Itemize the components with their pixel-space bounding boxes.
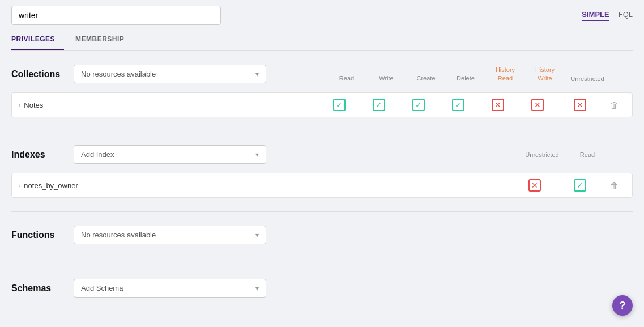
index-row-notes-by-owner: › notes_by_owner ✕ ✓ 🗑	[11, 173, 633, 198]
notes-create-check-icon[interactable]: ✓	[412, 99, 425, 111]
notes-write-checkbox[interactable]: ✓	[359, 99, 399, 111]
collection-row-notes: › Notes ✓ ✓ ✓ ✓ ✕	[11, 92, 633, 117]
functions-section: Functions No resources available ▾	[11, 226, 633, 265]
collections-dropdown[interactable]: No resources available ▾	[74, 65, 266, 83]
collection-notes-label: Notes	[24, 101, 43, 109]
index-name-label: notes_by_owner	[24, 181, 78, 190]
schemas-section: Schemas Add Schema ▾	[11, 279, 633, 318]
functions-title: Functions	[11, 230, 62, 240]
notes-read-check-icon[interactable]: ✓	[333, 99, 346, 111]
index-unrestricted-checkbox[interactable]: ✕	[512, 179, 557, 192]
col-header-read: Read	[327, 74, 366, 82]
index-expand-arrow-icon: ›	[19, 182, 20, 189]
search-input[interactable]	[11, 6, 221, 25]
simple-view-button[interactable]: SIMPLE	[582, 10, 609, 21]
tabs-bar: PRIVILEGES MEMBERSHIP	[11, 29, 633, 51]
notes-trash-icon[interactable]: 🗑	[610, 100, 619, 110]
notes-unrestricted-checkbox[interactable]: ✕	[557, 99, 603, 111]
index-read-check-icon[interactable]: ✓	[574, 179, 586, 192]
col-header-history-read: History Read	[485, 66, 525, 82]
collections-title: Collections	[11, 69, 62, 79]
functions-dropdown[interactable]: No resources available ▾	[74, 226, 266, 244]
idx-col-header-read: Read	[565, 151, 610, 158]
functions-dropdown-arrow-icon: ▾	[255, 231, 259, 239]
notes-delete-check-icon[interactable]: ✓	[452, 99, 464, 111]
collections-dropdown-label: No resources available	[81, 70, 156, 78]
schemas-dropdown[interactable]: Add Schema ▾	[74, 279, 266, 298]
collections-header: Collections No resources available ▾ Rea…	[11, 65, 633, 83]
index-expand[interactable]: › notes_by_owner	[19, 181, 512, 190]
notes-history-read-checkbox[interactable]: ✕	[478, 99, 518, 111]
expand-arrow-icon: ›	[19, 102, 20, 108]
notes-delete-checkbox[interactable]: ✓	[438, 99, 478, 111]
col-header-write: Write	[366, 74, 406, 82]
index-unrestricted-check-icon[interactable]: ✕	[528, 179, 541, 192]
col-header-unrestricted: Unrestricted	[565, 75, 610, 82]
notes-history-read-check-icon[interactable]: ✕	[492, 99, 504, 111]
indexes-section: Indexes Add Index ▾ Unrestricted Read › …	[11, 145, 633, 212]
collection-row-expand[interactable]: › Notes	[19, 101, 319, 109]
functions-dropdown-label: No resources available	[81, 231, 156, 239]
index-trash-icon[interactable]: 🗑	[610, 181, 619, 190]
schemas-dropdown-label: Add Schema	[81, 284, 123, 292]
notes-delete-button[interactable]: 🗑	[603, 100, 625, 110]
idx-col-header-unrestricted: Unrestricted	[519, 151, 565, 158]
view-toggle: SIMPLE FQL	[582, 10, 633, 21]
notes-history-write-checkbox[interactable]: ✕	[518, 99, 557, 111]
index-delete-button[interactable]: 🗑	[603, 181, 625, 190]
tab-membership[interactable]: MEMBERSHIP	[75, 29, 133, 50]
notes-read-checkbox[interactable]: ✓	[319, 99, 359, 111]
fql-view-button[interactable]: FQL	[619, 10, 633, 21]
col-header-delete: Delete	[446, 74, 485, 82]
col-header-history-write: History Write	[525, 66, 565, 82]
schemas-dropdown-arrow-icon: ▾	[255, 284, 259, 292]
functions-header: Functions No resources available ▾	[11, 226, 633, 244]
notes-write-check-icon[interactable]: ✓	[373, 99, 385, 111]
indexes-header: Indexes Add Index ▾ Unrestricted Read	[11, 145, 633, 164]
indexes-dropdown[interactable]: Add Index ▾	[74, 145, 266, 164]
collections-section: Collections No resources available ▾ Rea…	[11, 65, 633, 131]
indexes-dropdown-label: Add Index	[81, 150, 114, 159]
notes-unrestricted-check-icon[interactable]: ✕	[574, 99, 586, 111]
help-button[interactable]: ?	[612, 295, 633, 316]
notes-history-write-check-icon[interactable]: ✕	[531, 99, 544, 111]
notes-create-checkbox[interactable]: ✓	[399, 99, 438, 111]
indexes-title: Indexes	[11, 150, 62, 160]
help-icon: ?	[620, 300, 626, 312]
collections-dropdown-arrow-icon: ▾	[255, 70, 259, 78]
indexes-dropdown-arrow-icon: ▾	[255, 151, 259, 159]
main-container: SIMPLE FQL PRIVILEGES MEMBERSHIP Collect…	[0, 0, 644, 327]
schemas-header: Schemas Add Schema ▾	[11, 279, 633, 298]
index-read-checkbox[interactable]: ✓	[557, 179, 603, 192]
header-row: SIMPLE FQL	[11, 6, 633, 25]
tab-privileges[interactable]: PRIVILEGES	[11, 29, 64, 50]
col-header-create: Create	[406, 74, 446, 82]
schemas-title: Schemas	[11, 283, 62, 294]
